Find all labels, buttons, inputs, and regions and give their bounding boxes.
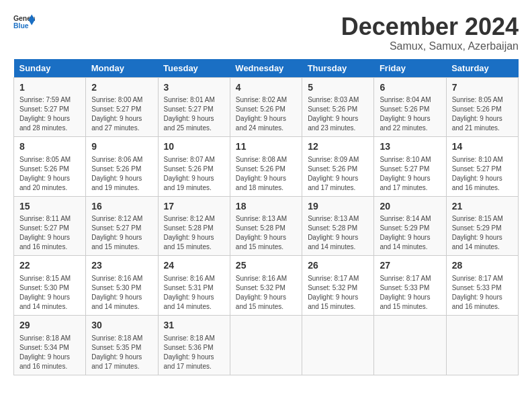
day-number: 24 xyxy=(164,259,224,273)
day-number: 7 xyxy=(452,81,513,95)
logo-icon: General Blue xyxy=(13,13,35,32)
day-info: Sunrise: 7:59 AM Sunset: 5:27 PM Dayligh… xyxy=(19,95,80,133)
calendar-cell xyxy=(374,315,446,375)
day-info: Sunrise: 8:09 AM Sunset: 5:26 PM Dayligh… xyxy=(308,155,368,193)
calendar-cell: 15Sunrise: 8:11 AM Sunset: 5:27 PM Dayli… xyxy=(14,196,86,256)
calendar-cell: 31Sunrise: 8:18 AM Sunset: 5:36 PM Dayli… xyxy=(158,315,230,375)
header-saturday: Saturday xyxy=(446,59,518,78)
day-info: Sunrise: 8:16 AM Sunset: 5:30 PM Dayligh… xyxy=(91,274,152,312)
day-info: Sunrise: 8:18 AM Sunset: 5:36 PM Dayligh… xyxy=(164,334,224,371)
calendar-cell: 7Sunrise: 8:05 AM Sunset: 5:26 PM Daylig… xyxy=(446,77,518,137)
calendar-cell: 18Sunrise: 8:13 AM Sunset: 5:28 PM Dayli… xyxy=(230,196,302,256)
day-info: Sunrise: 8:16 AM Sunset: 5:31 PM Dayligh… xyxy=(164,274,224,312)
day-number: 14 xyxy=(452,140,513,154)
calendar-cell: 8Sunrise: 8:05 AM Sunset: 5:26 PM Daylig… xyxy=(14,137,86,197)
day-info: Sunrise: 8:13 AM Sunset: 5:28 PM Dayligh… xyxy=(236,214,296,252)
day-number: 28 xyxy=(452,259,513,273)
calendar-cell: 9Sunrise: 8:06 AM Sunset: 5:26 PM Daylig… xyxy=(86,137,158,197)
day-info: Sunrise: 8:05 AM Sunset: 5:26 PM Dayligh… xyxy=(452,95,513,133)
day-info: Sunrise: 8:15 AM Sunset: 5:29 PM Dayligh… xyxy=(452,214,513,252)
calendar-cell xyxy=(302,315,374,375)
day-number: 18 xyxy=(236,200,296,214)
logo: General Blue xyxy=(13,13,35,32)
day-info: Sunrise: 8:14 AM Sunset: 5:29 PM Dayligh… xyxy=(380,214,440,252)
day-info: Sunrise: 8:10 AM Sunset: 5:27 PM Dayligh… xyxy=(380,155,440,193)
calendar-cell: 16Sunrise: 8:12 AM Sunset: 5:27 PM Dayli… xyxy=(86,196,158,256)
day-info: Sunrise: 8:18 AM Sunset: 5:34 PM Dayligh… xyxy=(19,334,80,371)
calendar-cell: 30Sunrise: 8:18 AM Sunset: 5:35 PM Dayli… xyxy=(86,315,158,375)
calendar-cell: 2Sunrise: 8:00 AM Sunset: 5:27 PM Daylig… xyxy=(86,77,158,137)
day-info: Sunrise: 8:18 AM Sunset: 5:35 PM Dayligh… xyxy=(91,334,152,371)
day-number: 6 xyxy=(380,81,440,95)
svg-text:Blue: Blue xyxy=(13,22,29,30)
header-sunday: Sunday xyxy=(14,59,86,78)
day-info: Sunrise: 8:03 AM Sunset: 5:26 PM Dayligh… xyxy=(308,95,368,133)
header-tuesday: Tuesday xyxy=(158,59,230,78)
location-subtitle: Samux, Samux, Azerbaijan xyxy=(341,40,519,52)
calendar-cell: 29Sunrise: 8:18 AM Sunset: 5:34 PM Dayli… xyxy=(14,315,86,375)
page-header: General Blue December 2024 Samux, Samux,… xyxy=(13,13,519,52)
calendar-cell: 27Sunrise: 8:17 AM Sunset: 5:33 PM Dayli… xyxy=(374,256,446,316)
day-number: 22 xyxy=(19,259,80,273)
calendar-cell: 1Sunrise: 7:59 AM Sunset: 5:27 PM Daylig… xyxy=(14,77,86,137)
day-info: Sunrise: 8:00 AM Sunset: 5:27 PM Dayligh… xyxy=(91,95,152,133)
header-wednesday: Wednesday xyxy=(230,59,302,78)
day-number: 27 xyxy=(380,259,440,273)
day-number: 20 xyxy=(380,200,440,214)
day-number: 21 xyxy=(452,200,513,214)
calendar-cell: 10Sunrise: 8:07 AM Sunset: 5:26 PM Dayli… xyxy=(158,137,230,197)
day-info: Sunrise: 8:16 AM Sunset: 5:32 PM Dayligh… xyxy=(236,274,296,312)
day-number: 16 xyxy=(91,200,152,214)
calendar-cell: 14Sunrise: 8:10 AM Sunset: 5:27 PM Dayli… xyxy=(446,137,518,197)
day-number: 2 xyxy=(91,81,152,95)
day-number: 19 xyxy=(308,200,368,214)
day-number: 10 xyxy=(164,140,224,154)
calendar-header-row: Sunday Monday Tuesday Wednesday Thursday… xyxy=(14,59,519,78)
day-number: 9 xyxy=(91,140,152,154)
calendar-row: 22Sunrise: 8:15 AM Sunset: 5:30 PM Dayli… xyxy=(14,256,519,316)
calendar-cell: 12Sunrise: 8:09 AM Sunset: 5:26 PM Dayli… xyxy=(302,137,374,197)
month-title: December 2024 xyxy=(341,13,519,40)
day-number: 11 xyxy=(236,140,296,154)
calendar-cell: 24Sunrise: 8:16 AM Sunset: 5:31 PM Dayli… xyxy=(158,256,230,316)
title-block: December 2024 Samux, Samux, Azerbaijan xyxy=(341,13,519,52)
day-number: 3 xyxy=(164,81,224,95)
calendar-cell: 28Sunrise: 8:17 AM Sunset: 5:33 PM Dayli… xyxy=(446,256,518,316)
calendar-cell: 21Sunrise: 8:15 AM Sunset: 5:29 PM Dayli… xyxy=(446,196,518,256)
day-number: 1 xyxy=(19,81,80,95)
day-number: 4 xyxy=(236,81,296,95)
day-info: Sunrise: 8:17 AM Sunset: 5:32 PM Dayligh… xyxy=(308,274,368,312)
calendar-row: 1Sunrise: 7:59 AM Sunset: 5:27 PM Daylig… xyxy=(14,77,519,137)
calendar-cell: 3Sunrise: 8:01 AM Sunset: 5:27 PM Daylig… xyxy=(158,77,230,137)
day-info: Sunrise: 8:04 AM Sunset: 5:26 PM Dayligh… xyxy=(380,95,440,133)
calendar-cell: 20Sunrise: 8:14 AM Sunset: 5:29 PM Dayli… xyxy=(374,196,446,256)
calendar-row: 29Sunrise: 8:18 AM Sunset: 5:34 PM Dayli… xyxy=(14,315,519,375)
day-info: Sunrise: 8:06 AM Sunset: 5:26 PM Dayligh… xyxy=(91,155,152,193)
header-thursday: Thursday xyxy=(302,59,374,78)
calendar-cell: 19Sunrise: 8:13 AM Sunset: 5:28 PM Dayli… xyxy=(302,196,374,256)
calendar-cell: 4Sunrise: 8:02 AM Sunset: 5:26 PM Daylig… xyxy=(230,77,302,137)
day-number: 31 xyxy=(164,319,224,332)
calendar-cell: 5Sunrise: 8:03 AM Sunset: 5:26 PM Daylig… xyxy=(302,77,374,137)
day-number: 17 xyxy=(164,200,224,214)
day-info: Sunrise: 8:17 AM Sunset: 5:33 PM Dayligh… xyxy=(380,274,440,312)
day-number: 5 xyxy=(308,81,368,95)
day-number: 26 xyxy=(308,259,368,273)
calendar-table: Sunday Monday Tuesday Wednesday Thursday… xyxy=(13,59,519,375)
calendar-cell: 11Sunrise: 8:08 AM Sunset: 5:26 PM Dayli… xyxy=(230,137,302,197)
calendar-cell xyxy=(446,315,518,375)
header-monday: Monday xyxy=(86,59,158,78)
calendar-cell: 26Sunrise: 8:17 AM Sunset: 5:32 PM Dayli… xyxy=(302,256,374,316)
day-number: 15 xyxy=(19,200,80,214)
calendar-cell: 22Sunrise: 8:15 AM Sunset: 5:30 PM Dayli… xyxy=(14,256,86,316)
calendar-cell: 6Sunrise: 8:04 AM Sunset: 5:26 PM Daylig… xyxy=(374,77,446,137)
calendar-cell: 25Sunrise: 8:16 AM Sunset: 5:32 PM Dayli… xyxy=(230,256,302,316)
calendar-cell xyxy=(230,315,302,375)
day-info: Sunrise: 8:10 AM Sunset: 5:27 PM Dayligh… xyxy=(452,155,513,193)
calendar-row: 8Sunrise: 8:05 AM Sunset: 5:26 PM Daylig… xyxy=(14,137,519,197)
day-info: Sunrise: 8:12 AM Sunset: 5:27 PM Dayligh… xyxy=(91,214,152,252)
day-number: 13 xyxy=(380,140,440,154)
calendar-row: 15Sunrise: 8:11 AM Sunset: 5:27 PM Dayli… xyxy=(14,196,519,256)
day-info: Sunrise: 8:11 AM Sunset: 5:27 PM Dayligh… xyxy=(19,214,80,252)
calendar-cell: 23Sunrise: 8:16 AM Sunset: 5:30 PM Dayli… xyxy=(86,256,158,316)
